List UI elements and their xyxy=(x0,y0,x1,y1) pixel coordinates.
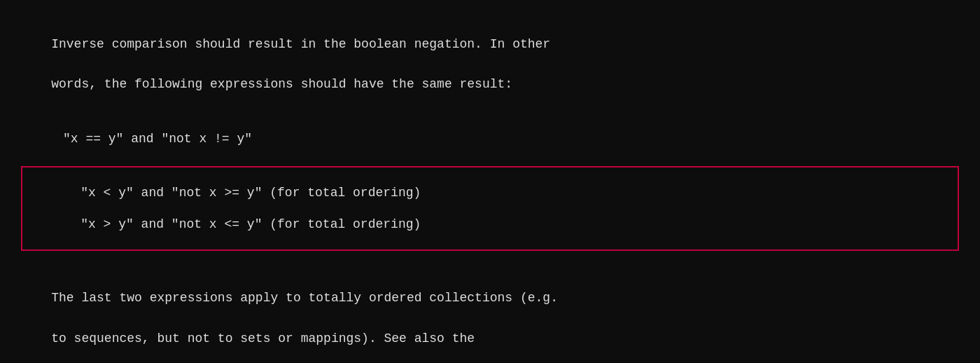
highlighted-expr2: "x > y" and "not x <= y" (for total orde… xyxy=(50,209,944,240)
intro-line2: words, the following expressions should … xyxy=(51,77,512,91)
footer-line2: to sequences, but not to sets or mapping… xyxy=(51,331,475,345)
inline-expression: "x == y" and "not x != y" xyxy=(21,129,959,149)
footer-paragraph: The last two expressions apply to totall… xyxy=(21,268,959,363)
intro-line1: Inverse comparison should result in the … xyxy=(51,37,550,51)
highlighted-box: "x < y" and "not x >= y" (for total orde… xyxy=(21,166,959,252)
main-content: Inverse comparison should result in the … xyxy=(21,14,959,363)
footer-line1: The last two expressions apply to totall… xyxy=(51,291,558,305)
intro-paragraph: Inverse comparison should result in the … xyxy=(21,14,959,115)
highlighted-expr1: "x < y" and "not x >= y" (for total orde… xyxy=(50,177,944,209)
